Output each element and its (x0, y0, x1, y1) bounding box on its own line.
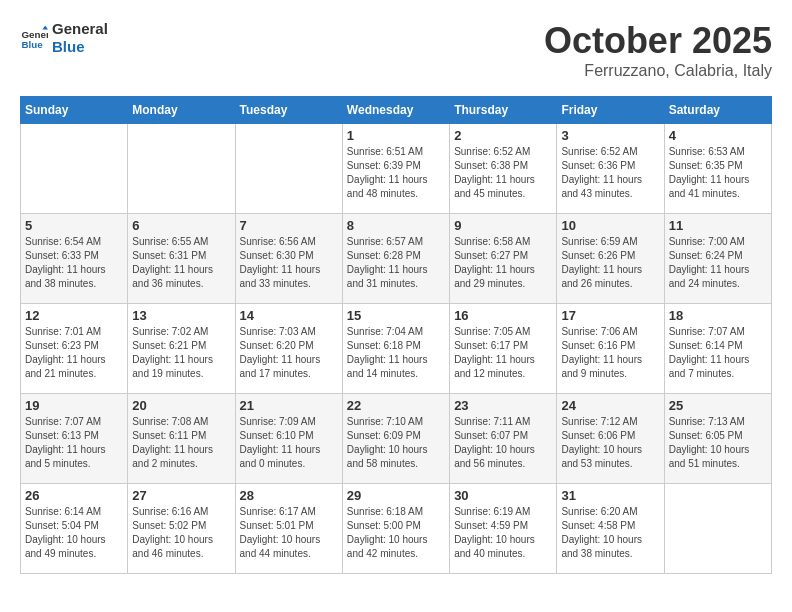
weekday-monday: Monday (128, 97, 235, 124)
week-row-5: 26Sunrise: 6:14 AM Sunset: 5:04 PM Dayli… (21, 484, 772, 574)
day-number: 31 (561, 488, 659, 503)
day-number: 9 (454, 218, 552, 233)
day-number: 26 (25, 488, 123, 503)
day-info: Sunrise: 6:55 AM Sunset: 6:31 PM Dayligh… (132, 235, 230, 291)
day-cell: 31Sunrise: 6:20 AM Sunset: 4:58 PM Dayli… (557, 484, 664, 574)
day-number: 2 (454, 128, 552, 143)
day-number: 20 (132, 398, 230, 413)
day-cell: 17Sunrise: 7:06 AM Sunset: 6:16 PM Dayli… (557, 304, 664, 394)
week-row-3: 12Sunrise: 7:01 AM Sunset: 6:23 PM Dayli… (21, 304, 772, 394)
calendar-table: SundayMondayTuesdayWednesdayThursdayFrid… (20, 96, 772, 574)
day-info: Sunrise: 6:19 AM Sunset: 4:59 PM Dayligh… (454, 505, 552, 561)
day-info: Sunrise: 6:57 AM Sunset: 6:28 PM Dayligh… (347, 235, 445, 291)
calendar-header: SundayMondayTuesdayWednesdayThursdayFrid… (21, 97, 772, 124)
day-cell: 24Sunrise: 7:12 AM Sunset: 6:06 PM Dayli… (557, 394, 664, 484)
day-info: Sunrise: 6:20 AM Sunset: 4:58 PM Dayligh… (561, 505, 659, 561)
day-number: 12 (25, 308, 123, 323)
weekday-header-row: SundayMondayTuesdayWednesdayThursdayFrid… (21, 97, 772, 124)
weekday-friday: Friday (557, 97, 664, 124)
day-cell: 29Sunrise: 6:18 AM Sunset: 5:00 PM Dayli… (342, 484, 449, 574)
day-info: Sunrise: 6:51 AM Sunset: 6:39 PM Dayligh… (347, 145, 445, 201)
day-cell: 5Sunrise: 6:54 AM Sunset: 6:33 PM Daylig… (21, 214, 128, 304)
day-cell: 7Sunrise: 6:56 AM Sunset: 6:30 PM Daylig… (235, 214, 342, 304)
day-number: 22 (347, 398, 445, 413)
logo-icon: General Blue (20, 24, 48, 52)
day-number: 5 (25, 218, 123, 233)
day-info: Sunrise: 6:14 AM Sunset: 5:04 PM Dayligh… (25, 505, 123, 561)
month-title: October 2025 (544, 20, 772, 62)
day-info: Sunrise: 7:05 AM Sunset: 6:17 PM Dayligh… (454, 325, 552, 381)
weekday-thursday: Thursday (450, 97, 557, 124)
day-info: Sunrise: 7:09 AM Sunset: 6:10 PM Dayligh… (240, 415, 338, 471)
location-subtitle: Ferruzzano, Calabria, Italy (544, 62, 772, 80)
weekday-sunday: Sunday (21, 97, 128, 124)
day-cell (21, 124, 128, 214)
day-cell: 4Sunrise: 6:53 AM Sunset: 6:35 PM Daylig… (664, 124, 771, 214)
day-number: 17 (561, 308, 659, 323)
day-cell: 22Sunrise: 7:10 AM Sunset: 6:09 PM Dayli… (342, 394, 449, 484)
day-number: 28 (240, 488, 338, 503)
day-number: 14 (240, 308, 338, 323)
day-cell: 21Sunrise: 7:09 AM Sunset: 6:10 PM Dayli… (235, 394, 342, 484)
weekday-tuesday: Tuesday (235, 97, 342, 124)
day-cell: 28Sunrise: 6:17 AM Sunset: 5:01 PM Dayli… (235, 484, 342, 574)
day-number: 21 (240, 398, 338, 413)
title-area: October 2025 Ferruzzano, Calabria, Italy (544, 20, 772, 80)
day-number: 15 (347, 308, 445, 323)
day-cell: 16Sunrise: 7:05 AM Sunset: 6:17 PM Dayli… (450, 304, 557, 394)
day-number: 7 (240, 218, 338, 233)
svg-text:Blue: Blue (21, 39, 43, 50)
day-info: Sunrise: 7:07 AM Sunset: 6:14 PM Dayligh… (669, 325, 767, 381)
day-info: Sunrise: 6:18 AM Sunset: 5:00 PM Dayligh… (347, 505, 445, 561)
day-number: 1 (347, 128, 445, 143)
calendar-body: 1Sunrise: 6:51 AM Sunset: 6:39 PM Daylig… (21, 124, 772, 574)
day-cell: 2Sunrise: 6:52 AM Sunset: 6:38 PM Daylig… (450, 124, 557, 214)
week-row-4: 19Sunrise: 7:07 AM Sunset: 6:13 PM Dayli… (21, 394, 772, 484)
day-number: 19 (25, 398, 123, 413)
day-cell: 6Sunrise: 6:55 AM Sunset: 6:31 PM Daylig… (128, 214, 235, 304)
day-info: Sunrise: 6:54 AM Sunset: 6:33 PM Dayligh… (25, 235, 123, 291)
day-number: 8 (347, 218, 445, 233)
day-cell: 12Sunrise: 7:01 AM Sunset: 6:23 PM Dayli… (21, 304, 128, 394)
day-info: Sunrise: 7:06 AM Sunset: 6:16 PM Dayligh… (561, 325, 659, 381)
day-cell: 9Sunrise: 6:58 AM Sunset: 6:27 PM Daylig… (450, 214, 557, 304)
day-cell: 1Sunrise: 6:51 AM Sunset: 6:39 PM Daylig… (342, 124, 449, 214)
day-info: Sunrise: 7:03 AM Sunset: 6:20 PM Dayligh… (240, 325, 338, 381)
day-number: 29 (347, 488, 445, 503)
day-number: 16 (454, 308, 552, 323)
day-number: 11 (669, 218, 767, 233)
day-info: Sunrise: 7:02 AM Sunset: 6:21 PM Dayligh… (132, 325, 230, 381)
day-number: 24 (561, 398, 659, 413)
day-info: Sunrise: 7:07 AM Sunset: 6:13 PM Dayligh… (25, 415, 123, 471)
day-cell: 13Sunrise: 7:02 AM Sunset: 6:21 PM Dayli… (128, 304, 235, 394)
day-info: Sunrise: 7:13 AM Sunset: 6:05 PM Dayligh… (669, 415, 767, 471)
day-number: 13 (132, 308, 230, 323)
day-info: Sunrise: 6:58 AM Sunset: 6:27 PM Dayligh… (454, 235, 552, 291)
day-info: Sunrise: 7:00 AM Sunset: 6:24 PM Dayligh… (669, 235, 767, 291)
day-cell: 19Sunrise: 7:07 AM Sunset: 6:13 PM Dayli… (21, 394, 128, 484)
day-cell (235, 124, 342, 214)
day-info: Sunrise: 6:59 AM Sunset: 6:26 PM Dayligh… (561, 235, 659, 291)
day-number: 23 (454, 398, 552, 413)
day-info: Sunrise: 7:12 AM Sunset: 6:06 PM Dayligh… (561, 415, 659, 471)
day-number: 25 (669, 398, 767, 413)
day-cell: 26Sunrise: 6:14 AM Sunset: 5:04 PM Dayli… (21, 484, 128, 574)
day-info: Sunrise: 6:56 AM Sunset: 6:30 PM Dayligh… (240, 235, 338, 291)
day-info: Sunrise: 6:53 AM Sunset: 6:35 PM Dayligh… (669, 145, 767, 201)
day-info: Sunrise: 7:01 AM Sunset: 6:23 PM Dayligh… (25, 325, 123, 381)
day-number: 30 (454, 488, 552, 503)
day-cell: 27Sunrise: 6:16 AM Sunset: 5:02 PM Dayli… (128, 484, 235, 574)
day-number: 4 (669, 128, 767, 143)
week-row-1: 1Sunrise: 6:51 AM Sunset: 6:39 PM Daylig… (21, 124, 772, 214)
day-info: Sunrise: 6:16 AM Sunset: 5:02 PM Dayligh… (132, 505, 230, 561)
logo-text: General Blue (52, 20, 108, 56)
day-cell: 10Sunrise: 6:59 AM Sunset: 6:26 PM Dayli… (557, 214, 664, 304)
day-cell: 14Sunrise: 7:03 AM Sunset: 6:20 PM Dayli… (235, 304, 342, 394)
day-cell: 30Sunrise: 6:19 AM Sunset: 4:59 PM Dayli… (450, 484, 557, 574)
day-number: 27 (132, 488, 230, 503)
day-cell: 18Sunrise: 7:07 AM Sunset: 6:14 PM Dayli… (664, 304, 771, 394)
weekday-saturday: Saturday (664, 97, 771, 124)
day-info: Sunrise: 7:11 AM Sunset: 6:07 PM Dayligh… (454, 415, 552, 471)
day-number: 18 (669, 308, 767, 323)
day-info: Sunrise: 6:17 AM Sunset: 5:01 PM Dayligh… (240, 505, 338, 561)
